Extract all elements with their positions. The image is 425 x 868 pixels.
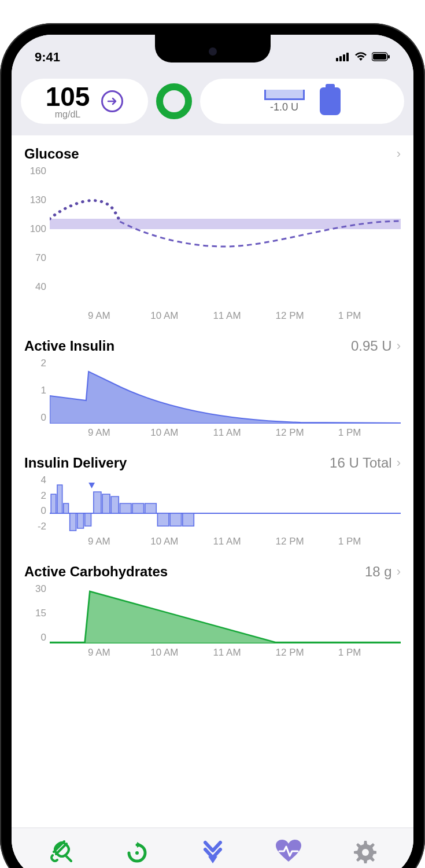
section-value: 18 g — [365, 564, 392, 580]
svg-rect-9 — [51, 494, 56, 513]
delivery-x-axis: 9 AM10 AM11 AM12 PM1 PM — [50, 532, 401, 547]
svg-rect-0 — [336, 58, 338, 61]
section-title: Active Insulin — [24, 338, 114, 354]
svg-point-25 — [135, 851, 139, 855]
glucose-reading-pill[interactable]: 105 mg/dL — [21, 79, 148, 124]
svg-point-27 — [362, 849, 369, 856]
battery-icon — [372, 50, 390, 65]
loop-status-icon[interactable] — [156, 83, 192, 119]
active-carbs-section[interactable]: Active Carbohydrates 18 g› 30 15 0 — [24, 564, 401, 659]
cellular-icon — [336, 50, 350, 65]
section-title: Glucose — [24, 146, 79, 162]
svg-rect-2 — [343, 54, 345, 61]
svg-rect-22 — [170, 513, 182, 526]
header-toolbar: 105 mg/dL -1.0 U — [12, 74, 413, 135]
chevron-right-icon: › — [397, 146, 401, 161]
insulin-y-axis: 2 1 0 — [24, 358, 46, 424]
glucose-value: 105 — [46, 83, 90, 110]
svg-rect-6 — [388, 55, 390, 58]
trend-arrow-icon — [101, 90, 123, 112]
timer-icon — [125, 839, 149, 863]
svg-rect-21 — [157, 513, 169, 526]
glucose-y-axis: 160 130 100 70 40 — [24, 165, 46, 293]
svg-rect-20 — [145, 503, 157, 513]
chevron-right-icon: › — [397, 455, 401, 470]
section-value: 0.95 U — [351, 338, 392, 354]
svg-rect-5 — [373, 54, 386, 60]
svg-rect-18 — [120, 503, 131, 513]
bolus-icon — [203, 839, 223, 863]
tab-bolus[interactable] — [200, 838, 226, 864]
svg-rect-13 — [77, 513, 84, 528]
gear-icon — [352, 839, 376, 863]
tab-carbs[interactable] — [49, 838, 74, 864]
heart-icon — [276, 840, 301, 863]
carbs-y-axis: 30 15 0 — [24, 583, 46, 643]
chevron-right-icon: › — [397, 339, 401, 354]
svg-rect-19 — [132, 503, 144, 513]
delivery-chart — [50, 475, 401, 532]
svg-rect-1 — [339, 56, 342, 61]
svg-rect-10 — [57, 485, 62, 513]
tab-presets[interactable] — [124, 838, 150, 864]
meal-icon — [49, 839, 73, 863]
net-basal-value: -1.0 U — [270, 101, 298, 113]
main-content[interactable]: Glucose › 160 130 100 70 40 — [12, 135, 413, 827]
glucose-section[interactable]: Glucose › 160 130 100 70 40 — [24, 146, 401, 322]
section-title: Insulin Delivery — [24, 455, 127, 471]
glucose-x-axis: 9 AM10 AM11 AM12 PM1 PM — [50, 307, 401, 322]
carbs-x-axis: 9 AM10 AM11 AM12 PM1 PM — [50, 643, 401, 659]
bolus-marker-icon — [88, 483, 95, 488]
svg-marker-26 — [208, 856, 217, 863]
svg-rect-7 — [50, 219, 401, 229]
glucose-chart — [50, 165, 401, 293]
svg-rect-15 — [94, 492, 101, 513]
basal-indicator-icon — [264, 90, 305, 100]
insulin-chart — [50, 358, 401, 424]
pump-status-pill[interactable]: -1.0 U — [200, 79, 404, 124]
tab-health[interactable] — [276, 838, 301, 864]
delivery-y-axis: 4 2 0 -2 — [24, 475, 46, 532]
tab-settings[interactable] — [352, 838, 377, 864]
status-time: 9:41 — [35, 50, 60, 65]
svg-rect-3 — [346, 53, 349, 61]
svg-rect-17 — [111, 496, 119, 513]
carbs-chart — [50, 583, 401, 643]
svg-rect-12 — [70, 513, 76, 531]
section-value: 16 U Total — [330, 455, 392, 471]
chevron-right-icon: › — [397, 564, 401, 579]
svg-rect-16 — [102, 494, 110, 513]
reservoir-icon — [320, 87, 341, 115]
glucose-unit: mg/dL — [55, 110, 80, 119]
tab-bar — [12, 827, 413, 868]
wifi-icon — [354, 50, 367, 65]
insulin-x-axis: 9 AM10 AM11 AM12 PM1 PM — [50, 424, 401, 439]
insulin-delivery-section[interactable]: Insulin Delivery 16 U Total› 4 2 0 -2 — [24, 455, 401, 547]
svg-rect-23 — [183, 513, 194, 526]
svg-rect-14 — [85, 513, 91, 526]
svg-rect-11 — [64, 503, 69, 513]
active-insulin-section[interactable]: Active Insulin 0.95 U› 2 1 0 — [24, 338, 401, 439]
section-title: Active Carbohydrates — [24, 564, 168, 580]
